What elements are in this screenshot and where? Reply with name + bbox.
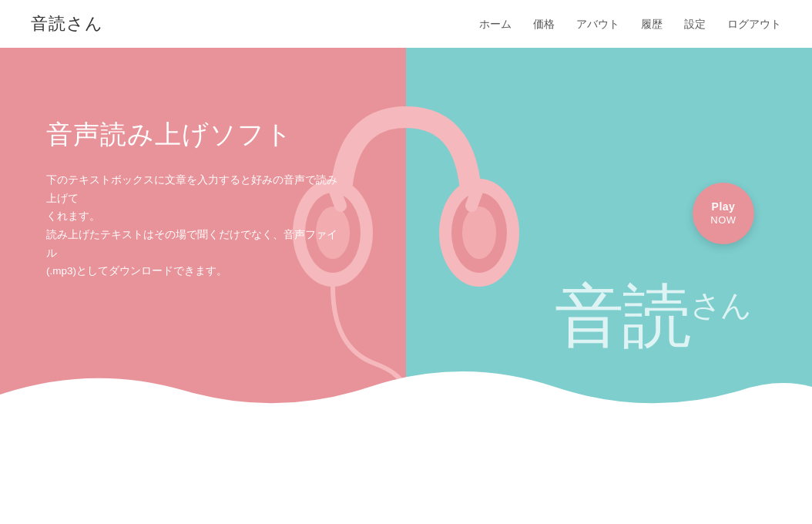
navbar: 音読さん ホーム 価格 アバウト 履歴 設定 ログアウト — [0, 0, 812, 48]
play-now-top-label: Play — [712, 200, 736, 213]
hero-brand-text: 音読さん — [555, 270, 750, 364]
svg-line-7 — [471, 185, 479, 206]
hero-wave — [0, 364, 812, 425]
nav-link-price[interactable]: 価格 — [533, 18, 555, 30]
nav-link-home[interactable]: ホーム — [479, 18, 512, 30]
svg-point-5 — [462, 207, 496, 259]
play-now-button[interactable]: Play NOW — [693, 183, 754, 244]
play-now-bottom-label: NOW — [710, 214, 736, 227]
nav-link-logout[interactable]: ログアウト — [727, 18, 781, 30]
nav-logo[interactable]: 音読さん — [31, 12, 103, 35]
nav-link-history[interactable]: 履歴 — [641, 18, 663, 30]
nav-item-home[interactable]: ホーム — [479, 17, 512, 32]
nav-item-history[interactable]: 履歴 — [641, 17, 663, 32]
nav-item-price[interactable]: 価格 — [533, 17, 555, 32]
hero-section: 音声読み上げソフト 下のテキストボックスに文章を入力すると好みの音声で読み上げて… — [0, 48, 812, 425]
nav-link-about[interactable]: アバウト — [576, 18, 619, 30]
hero-description: 下のテキストボックスに文章を入力すると好みの音声で読み上げて くれます。 読み上… — [46, 171, 339, 280]
below-hero-area — [0, 425, 812, 524]
nav-item-settings[interactable]: 設定 — [684, 17, 706, 32]
hero-left-content: 音声読み上げソフト 下のテキストボックスに文章を入力すると好みの音声で読み上げて… — [46, 117, 339, 280]
nav-item-about[interactable]: アバウト — [576, 17, 619, 32]
hero-title: 音声読み上げソフト — [46, 117, 339, 153]
nav-link-settings[interactable]: 設定 — [684, 18, 706, 30]
nav-links: ホーム 価格 アバウト 履歴 設定 ログアウト — [479, 17, 781, 32]
nav-item-logout[interactable]: ログアウト — [727, 17, 781, 32]
